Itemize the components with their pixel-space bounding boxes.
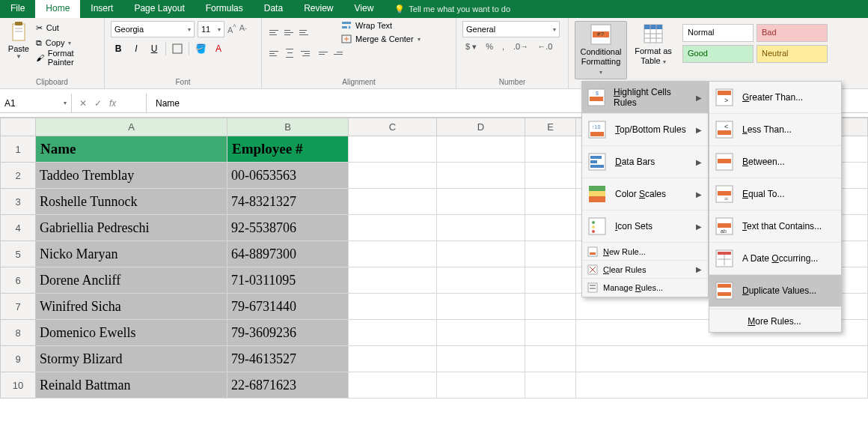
align-center-button[interactable]: [283, 46, 296, 60]
cell[interactable]: [576, 346, 868, 372]
row-header[interactable]: 5: [1, 241, 36, 267]
menu-equal-to[interactable]: = Equal To...: [709, 178, 841, 211]
menu-less-than[interactable]: < Less Than...: [709, 114, 841, 146]
menu-top-bottom-rules[interactable]: ↑10 Top/Bottom Rules ▶: [582, 114, 708, 146]
number-format-select[interactable]: General▾: [462, 21, 560, 37]
cell[interactable]: [349, 267, 437, 294]
decrease-font-icon[interactable]: Aˇ: [239, 23, 247, 34]
cell[interactable]: Domenico Ewells: [36, 320, 227, 346]
cell[interactable]: [437, 346, 525, 372]
style-bad[interactable]: Bad: [757, 24, 828, 42]
align-left-button[interactable]: [268, 46, 281, 60]
italic-button[interactable]: I: [129, 40, 144, 57]
merge-center-button[interactable]: Merge & Center ▾: [341, 34, 421, 43]
cell[interactable]: [576, 372, 868, 399]
row-header[interactable]: 6: [1, 267, 36, 294]
cell[interactable]: [349, 294, 437, 320]
enter-icon[interactable]: ✓: [94, 98, 102, 109]
cell[interactable]: 79-4613527: [227, 346, 349, 372]
cell[interactable]: [525, 320, 576, 346]
name-box[interactable]: A1▾: [0, 94, 72, 112]
tab-page-layout[interactable]: Page Layout: [123, 0, 195, 18]
cell[interactable]: 79-6731440: [227, 294, 349, 320]
cell[interactable]: [349, 346, 437, 372]
column-header-c[interactable]: C: [349, 118, 437, 136]
cell[interactable]: [349, 189, 437, 215]
menu-text-contains[interactable]: ab Text that Contains...: [709, 211, 841, 243]
comma-button[interactable]: ,: [499, 40, 507, 53]
format-painter-button[interactable]: 🖌Format Painter: [36, 51, 98, 64]
cell[interactable]: [525, 136, 576, 163]
cut-button[interactable]: ✂Cut: [36, 21, 98, 34]
menu-greater-than[interactable]: > Greater Than...: [709, 82, 841, 114]
cell[interactable]: Winifred Sicha: [36, 294, 227, 320]
percent-button[interactable]: %: [483, 40, 496, 53]
increase-font-icon[interactable]: A^: [227, 23, 236, 34]
column-header-d[interactable]: D: [437, 118, 525, 136]
cell[interactable]: Dorene Ancliff: [36, 267, 227, 294]
cell[interactable]: [525, 372, 576, 399]
fill-color-button[interactable]: 🪣: [193, 40, 208, 57]
cell[interactable]: 00-0653563: [227, 163, 349, 189]
cell[interactable]: [525, 346, 576, 372]
cell[interactable]: [437, 320, 525, 346]
row-header[interactable]: 4: [1, 215, 36, 241]
menu-highlight-cells-rules[interactable]: $ Highlight Cells Rules ▶: [582, 82, 708, 114]
cell[interactable]: [437, 267, 525, 294]
cell[interactable]: [437, 294, 525, 320]
tab-home[interactable]: Home: [35, 0, 80, 18]
menu-clear-rules[interactable]: Clear Rules ▶: [582, 261, 708, 279]
style-good[interactable]: Good: [682, 45, 754, 63]
menu-icon-sets[interactable]: Icon Sets ▶: [582, 211, 708, 243]
borders-button[interactable]: [170, 40, 185, 57]
format-as-table-button[interactable]: Format as Table ▾: [627, 21, 679, 79]
decrease-indent-button[interactable]: [317, 46, 331, 60]
align-bottom-button[interactable]: [298, 25, 311, 39]
cell[interactable]: Roshelle Tunnock: [36, 189, 227, 215]
cell[interactable]: [437, 163, 525, 189]
tab-view[interactable]: View: [344, 0, 385, 18]
cell[interactable]: [525, 241, 576, 267]
cell[interactable]: Gabriellia Pedreschi: [36, 215, 227, 241]
menu-duplicate-values[interactable]: Duplicate Values...: [709, 275, 841, 307]
cell[interactable]: [349, 136, 437, 163]
increase-indent-button[interactable]: [332, 46, 346, 60]
cell-a1[interactable]: Name: [36, 136, 227, 163]
menu-data-bars[interactable]: Data Bars ▶: [582, 146, 708, 178]
cell[interactable]: [525, 215, 576, 241]
bold-button[interactable]: B: [111, 40, 126, 57]
paste-button[interactable]: Paste ▼: [6, 21, 31, 64]
decrease-decimal-button[interactable]: ←.0: [534, 40, 555, 53]
style-normal[interactable]: Normal: [682, 24, 754, 42]
cell[interactable]: [349, 320, 437, 346]
column-header-e[interactable]: E: [525, 118, 576, 136]
cell[interactable]: [525, 163, 576, 189]
cell[interactable]: 74-8321327: [227, 189, 349, 215]
cell[interactable]: [525, 267, 576, 294]
cell[interactable]: Reinald Battman: [36, 372, 227, 399]
row-header[interactable]: 9: [1, 346, 36, 372]
font-size-select[interactable]: 11▾: [198, 21, 224, 37]
menu-date-occurring[interactable]: A Date Occurring...: [709, 243, 841, 275]
cell[interactable]: [437, 215, 525, 241]
cell[interactable]: 22-6871623: [227, 372, 349, 399]
tab-review[interactable]: Review: [293, 0, 343, 18]
menu-color-scales[interactable]: Color Scales ▶: [582, 178, 708, 211]
tell-me[interactable]: 💡 Tell me what you want to do: [384, 0, 521, 18]
currency-button[interactable]: $ ▾: [462, 40, 480, 53]
align-right-button[interactable]: [298, 46, 311, 60]
cell[interactable]: [349, 215, 437, 241]
underline-button[interactable]: U: [147, 40, 162, 57]
row-header[interactable]: 2: [1, 163, 36, 189]
align-top-button[interactable]: [268, 25, 281, 39]
cell-b1[interactable]: Employee #: [227, 136, 349, 163]
fx-icon[interactable]: fx: [109, 98, 116, 109]
cell[interactable]: Stormy Blizard: [36, 346, 227, 372]
menu-between[interactable]: Between...: [709, 146, 841, 178]
cell[interactable]: [349, 163, 437, 189]
menu-new-rule[interactable]: New Rule...: [582, 243, 708, 261]
cell[interactable]: [349, 372, 437, 399]
cell[interactable]: [525, 294, 576, 320]
increase-decimal-button[interactable]: .0→: [510, 40, 531, 53]
font-name-select[interactable]: Georgia▾: [111, 21, 195, 37]
